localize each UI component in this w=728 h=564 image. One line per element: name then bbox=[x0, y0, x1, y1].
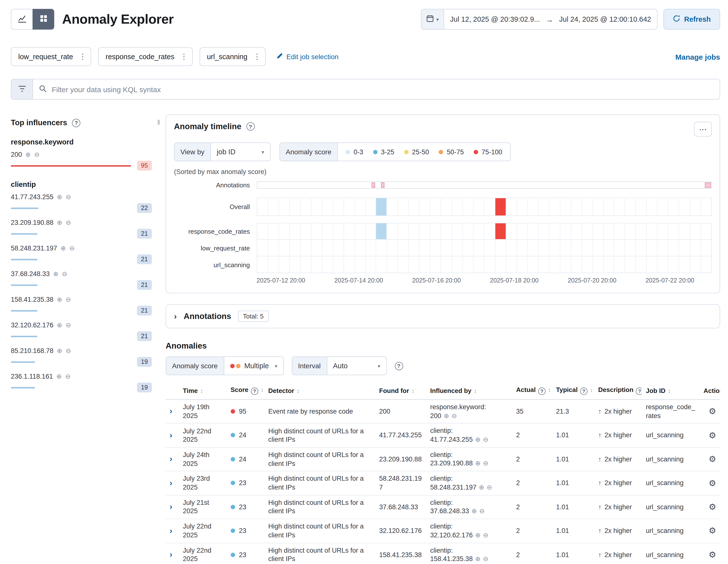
swimlane-cell[interactable] bbox=[582, 223, 593, 239]
expand-row-button[interactable]: › bbox=[170, 550, 172, 559]
column-header-found-for[interactable]: Found for↕ bbox=[375, 384, 426, 400]
anomaly-score-select[interactable]: Anomaly score Multiple ▾ bbox=[166, 356, 284, 375]
swimlane-cell[interactable] bbox=[409, 256, 420, 273]
remove-filter-icon[interactable]: ⊖ bbox=[62, 270, 67, 278]
remove-filter-icon[interactable]: ⊖ bbox=[487, 484, 492, 491]
swimlane-cell[interactable] bbox=[279, 198, 290, 215]
swimlane-cell[interactable] bbox=[701, 198, 711, 215]
manage-jobs-link[interactable]: Manage jobs bbox=[675, 53, 720, 61]
swimlane-cell[interactable] bbox=[301, 198, 312, 215]
column-header-detector[interactable]: Detector↕ bbox=[264, 384, 375, 400]
swimlane-cell[interactable] bbox=[485, 198, 495, 215]
swimlane-cell[interactable] bbox=[506, 240, 517, 256]
swimlane-cell[interactable] bbox=[474, 240, 485, 256]
swimlane-cell[interactable] bbox=[301, 223, 312, 239]
help-icon[interactable]: ? bbox=[246, 122, 255, 131]
swimlane-cell[interactable] bbox=[549, 223, 560, 239]
swimlane-cell[interactable] bbox=[290, 256, 301, 273]
swimlane-cell[interactable] bbox=[571, 256, 582, 273]
swimlane-cell[interactable] bbox=[636, 198, 647, 215]
kebab-menu-icon[interactable]: ⋮ bbox=[180, 52, 188, 61]
swimlane-cell[interactable] bbox=[495, 198, 506, 215]
influencer-value[interactable]: 158.41.235.38 bbox=[11, 296, 53, 303]
swimlane-cell[interactable] bbox=[441, 198, 452, 215]
influencer-value[interactable]: 37.68.248.33 bbox=[11, 270, 50, 278]
swimlane-cell[interactable] bbox=[441, 256, 452, 273]
expand-row-button[interactable]: › bbox=[170, 407, 172, 415]
edit-job-selection-link[interactable]: Edit job selection bbox=[277, 53, 339, 61]
add-filter-icon[interactable]: ⊕ bbox=[57, 347, 62, 354]
swimlane-cell[interactable] bbox=[431, 240, 441, 256]
expand-row-button[interactable]: › bbox=[170, 431, 172, 439]
row-actions-gear-icon[interactable]: ⚙ bbox=[709, 406, 716, 417]
add-filter-icon[interactable]: ⊕ bbox=[444, 412, 449, 419]
remove-filter-icon[interactable]: ⊖ bbox=[451, 412, 457, 419]
help-icon[interactable]: ? bbox=[538, 388, 546, 395]
swimlane-cell[interactable] bbox=[452, 198, 463, 215]
influencer-value[interactable]: 41.77.243.255 bbox=[11, 193, 53, 201]
table-view-button[interactable] bbox=[33, 9, 54, 30]
swimlane-cell[interactable] bbox=[322, 223, 333, 239]
swimlane-cell[interactable] bbox=[420, 198, 431, 215]
swimlane-cell[interactable] bbox=[441, 223, 452, 239]
add-filter-icon[interactable]: ⊕ bbox=[475, 436, 481, 443]
swimlane-cell[interactable] bbox=[376, 256, 387, 273]
swimlane-cell[interactable] bbox=[658, 240, 669, 256]
swimlane-cell[interactable] bbox=[658, 198, 669, 215]
add-filter-icon[interactable]: ⊕ bbox=[57, 321, 62, 329]
swimlane-cell[interactable] bbox=[485, 240, 495, 256]
swimlane-cell[interactable] bbox=[604, 198, 614, 215]
swimlane-cell[interactable] bbox=[517, 240, 528, 256]
swimlane-cell[interactable] bbox=[409, 223, 420, 239]
swimlane-cell[interactable] bbox=[679, 223, 690, 239]
kebab-menu-icon[interactable]: ⋮ bbox=[79, 52, 87, 61]
add-filter-icon[interactable]: ⊕ bbox=[53, 270, 59, 278]
swimlane-cell[interactable] bbox=[647, 198, 658, 215]
remove-filter-icon[interactable]: ⊖ bbox=[66, 219, 71, 226]
swimlane-cell[interactable] bbox=[485, 223, 495, 239]
swimlane-cell[interactable] bbox=[268, 198, 279, 215]
swimlane-cell[interactable] bbox=[604, 240, 614, 256]
swimlane-cell[interactable] bbox=[333, 223, 344, 239]
swimlane-cell[interactable] bbox=[658, 223, 669, 239]
swimlane-cell[interactable] bbox=[344, 198, 355, 215]
swimlane-cell[interactable] bbox=[517, 256, 528, 273]
swimlane-cell[interactable] bbox=[495, 240, 506, 256]
swimlane-cell[interactable] bbox=[593, 256, 604, 273]
swimlane-cell[interactable] bbox=[582, 240, 593, 256]
remove-filter-icon[interactable]: ⊖ bbox=[65, 373, 71, 380]
swimlane-cell[interactable] bbox=[431, 256, 441, 273]
swimlane-cell[interactable] bbox=[333, 198, 344, 215]
swimlane-cell[interactable] bbox=[690, 256, 701, 273]
add-filter-icon[interactable]: ⊕ bbox=[61, 245, 66, 252]
swimlane-cell[interactable] bbox=[398, 223, 409, 239]
swimlane-cell[interactable] bbox=[344, 223, 355, 239]
swimlane-cell[interactable] bbox=[257, 240, 268, 256]
remove-filter-icon[interactable]: ⊖ bbox=[479, 508, 485, 515]
swimlane-cell[interactable] bbox=[636, 223, 647, 239]
swimlane-cell[interactable] bbox=[690, 240, 701, 256]
influencer-value[interactable]: 200 bbox=[11, 151, 22, 158]
filter-options-button[interactable] bbox=[11, 79, 33, 100]
date-range-start[interactable]: Jul 12, 2025 @ 20:39:02.9... bbox=[444, 15, 546, 23]
swimlane-cell[interactable] bbox=[452, 223, 463, 239]
row-actions-gear-icon[interactable]: ⚙ bbox=[709, 502, 716, 512]
remove-filter-icon[interactable]: ⊖ bbox=[34, 151, 40, 158]
swimlane-cell[interactable] bbox=[387, 223, 398, 239]
swimlane-cell[interactable] bbox=[506, 223, 517, 239]
help-icon[interactable]: ? bbox=[395, 362, 403, 370]
remove-filter-icon[interactable]: ⊖ bbox=[483, 436, 488, 443]
remove-filter-icon[interactable]: ⊖ bbox=[483, 531, 488, 539]
swimlane-cell[interactable] bbox=[387, 256, 398, 273]
annotation-mark-icon[interactable] bbox=[381, 182, 384, 188]
swimlane-cell[interactable] bbox=[279, 223, 290, 239]
swimlane-cell[interactable] bbox=[593, 223, 604, 239]
remove-filter-icon[interactable]: ⊖ bbox=[69, 245, 75, 252]
swimlane-cell[interactable] bbox=[549, 198, 560, 215]
add-filter-icon[interactable]: ⊕ bbox=[57, 296, 62, 303]
swimlane-cell[interactable] bbox=[701, 256, 711, 273]
add-filter-icon[interactable]: ⊕ bbox=[56, 373, 62, 380]
swimlane-cell[interactable] bbox=[593, 240, 604, 256]
date-picker-menu-button[interactable]: ▾ bbox=[421, 9, 444, 29]
swimlane-cell[interactable] bbox=[463, 198, 474, 215]
